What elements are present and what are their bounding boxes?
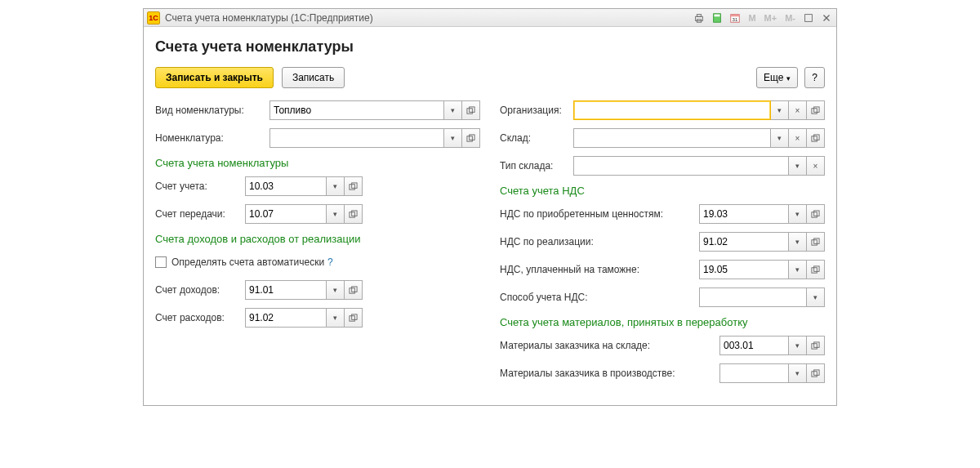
materials-stock-label: Материалы заказчика на складе: [500, 340, 719, 351]
open-external-button[interactable] [345, 280, 363, 300]
help-icon[interactable]: ? [327, 256, 333, 268]
warehouse-label: Склад: [500, 132, 573, 144]
vat-customs-input[interactable] [699, 260, 789, 279]
dropdown-button[interactable] [789, 363, 807, 383]
account-input[interactable] [245, 176, 327, 196]
dropdown-button[interactable] [789, 204, 807, 224]
open-external-button[interactable] [807, 204, 825, 224]
open-external-button[interactable] [807, 260, 825, 279]
transfer-account-input[interactable] [245, 204, 327, 224]
nomenclature-input[interactable] [270, 128, 444, 148]
materials-prod-label: Материалы заказчика в производстве: [500, 368, 719, 379]
transfer-account-label: Счет передачи: [155, 208, 245, 220]
content: Счета учета номенклатуры Записать и закр… [144, 27, 836, 405]
dropdown-button[interactable] [807, 287, 825, 307]
print-icon[interactable] [693, 11, 706, 25]
window-title: Счета учета номенклатуры (1С:Предприятие… [165, 12, 373, 24]
vat-sales-input[interactable] [699, 232, 789, 252]
open-external-button[interactable] [345, 204, 363, 224]
nomenclature-type-label: Вид номенклатуры: [155, 105, 270, 116]
vat-method-label: Способ учета НДС: [500, 292, 699, 303]
income-account-label: Счет доходов: [155, 284, 245, 296]
auto-accounts-label: Определять счета автоматически [172, 256, 324, 268]
calculator-icon[interactable] [710, 11, 724, 25]
app-logo-icon: 1С [147, 11, 160, 25]
warehouse-type-label: Тип склада: [500, 160, 573, 172]
open-external-button[interactable] [807, 363, 825, 383]
materials-stock-input[interactable] [719, 336, 789, 355]
open-external-button[interactable] [807, 232, 825, 252]
vat-customs-label: НДС, уплаченный на таможне: [500, 264, 699, 275]
chevron-down-icon [786, 72, 791, 83]
svg-rect-4 [715, 14, 720, 16]
organization-label: Организация: [500, 105, 573, 116]
close-icon[interactable] [820, 11, 833, 25]
svg-text:31: 31 [733, 16, 738, 21]
open-external-button[interactable] [807, 128, 825, 148]
svg-rect-8 [805, 14, 813, 21]
vat-method-input[interactable] [699, 287, 807, 307]
pl-section-title: Счета доходов и расходов от реализации [155, 233, 480, 245]
dropdown-button[interactable] [789, 336, 807, 355]
clear-button[interactable]: × [807, 156, 825, 176]
dropdown-button[interactable] [327, 204, 345, 224]
expense-account-input[interactable] [245, 308, 327, 328]
vat-sales-label: НДС по реализации: [500, 236, 699, 247]
dropdown-button[interactable] [327, 308, 345, 328]
save-close-button[interactable]: Записать и закрыть [155, 67, 274, 88]
dropdown-button[interactable] [444, 128, 462, 148]
more-label: Еще [764, 72, 783, 83]
warehouse-type-input[interactable] [573, 156, 789, 176]
materials-section-title: Счета учета материалов, принятых в перер… [500, 316, 825, 328]
left-column: Вид номенклатуры: Номенклатура: [155, 100, 480, 390]
dropdown-button[interactable] [327, 280, 345, 300]
memory-mplus-button[interactable]: M+ [763, 13, 779, 23]
auto-accounts-checkbox[interactable] [155, 256, 167, 268]
dropdown-button[interactable] [789, 156, 807, 176]
memory-mminus-button[interactable]: M- [783, 13, 797, 23]
materials-prod-input[interactable] [719, 363, 789, 383]
vat-section-title: Счета учета НДС [500, 185, 825, 197]
warehouse-input[interactable] [573, 128, 771, 148]
expense-account-label: Счет расходов: [155, 312, 245, 323]
titlebar: 1С Счета учета номенклатуры (1С:Предприя… [144, 9, 836, 27]
income-account-input[interactable] [245, 280, 327, 300]
vat-acquired-label: НДС по приобретенным ценностям: [500, 208, 699, 220]
organization-input[interactable] [573, 100, 771, 120]
dropdown-button[interactable] [771, 100, 789, 120]
toolbar: Записать и закрыть Записать Еще ? [155, 67, 825, 88]
accounts-section-title: Счета учета номенклатуры [155, 157, 480, 169]
clear-button[interactable]: × [789, 128, 807, 148]
window: 1С Счета учета номенклатуры (1С:Предприя… [143, 8, 837, 406]
right-column: Организация: × Склад: × [500, 100, 825, 390]
open-external-button[interactable] [807, 100, 825, 120]
titlebar-actions: 31 M M+ M- [693, 11, 833, 25]
svg-rect-1 [697, 14, 702, 16]
nomenclature-label: Номенклатура: [155, 132, 270, 144]
save-button[interactable]: Записать [282, 67, 345, 88]
open-external-button[interactable] [345, 176, 363, 196]
memory-m-button[interactable]: M [746, 13, 757, 23]
dropdown-button[interactable] [789, 232, 807, 252]
clear-button[interactable]: × [789, 100, 807, 120]
page-title: Счета учета номенклатуры [155, 38, 825, 56]
open-external-button[interactable] [345, 308, 363, 328]
minimize-icon[interactable] [802, 11, 815, 25]
open-external-button[interactable] [462, 128, 480, 148]
more-button[interactable]: Еще [756, 67, 798, 88]
dropdown-button[interactable] [771, 128, 789, 148]
open-external-button[interactable] [807, 336, 825, 355]
dropdown-button[interactable] [444, 100, 462, 120]
vat-acquired-input[interactable] [699, 204, 789, 224]
open-external-button[interactable] [462, 100, 480, 120]
dropdown-button[interactable] [789, 260, 807, 279]
dropdown-button[interactable] [327, 176, 345, 196]
calendar-icon[interactable]: 31 [728, 11, 742, 25]
help-button[interactable]: ? [804, 67, 825, 88]
nomenclature-type-input[interactable] [270, 100, 444, 120]
account-label: Счет учета: [155, 181, 245, 192]
